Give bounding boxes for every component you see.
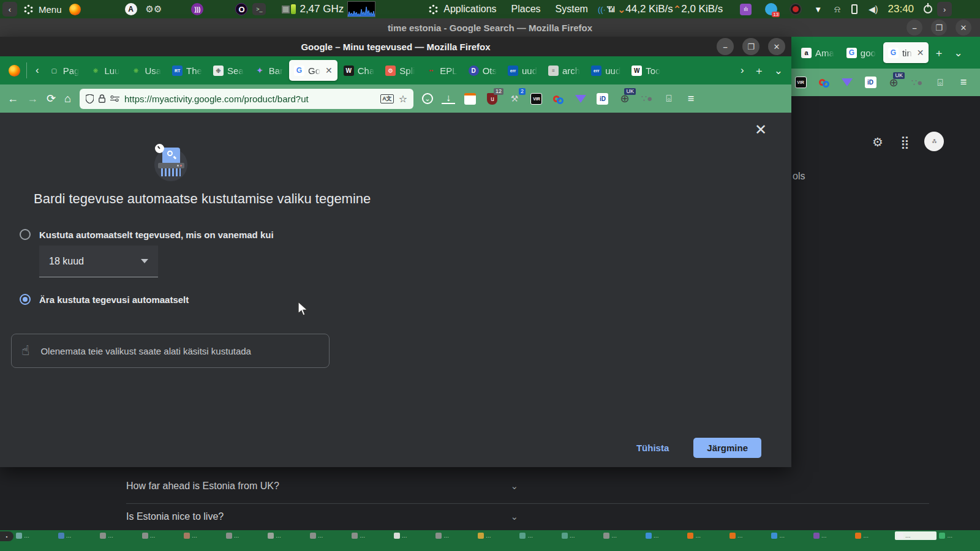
url-text[interactable]: https://myactivity.google.com/product/ba… [124,94,375,104]
back-minimize-button[interactable]: – [907,20,922,36]
tracking-shield-icon[interactable] [86,94,94,103]
taskbar-window-button[interactable]: … [769,531,811,540]
calendar-extension-icon[interactable] [464,92,477,105]
taskbar-window-button[interactable]: … [97,531,140,540]
tab-cha[interactable]: WCha [339,60,380,81]
taskbar-window-button[interactable]: … [643,531,685,540]
audio-wave-tray-icon[interactable]: ılı [740,4,752,15]
taskbar-window-button[interactable]: … [559,531,601,540]
lock-icon[interactable] [99,94,105,103]
search-a-icon[interactable]: A [125,3,137,15]
dialog-close-icon[interactable]: ✕ [755,121,767,138]
taskbar-window-button[interactable]: … [601,531,643,540]
panel-back-button[interactable]: ‹ [2,2,17,17]
taskbar-window-button[interactable]: … [224,531,266,540]
link-extension-icon[interactable] [552,92,565,105]
back-window-titlebar[interactable]: time estonia - Google Search — Mozilla F… [0,18,980,37]
tab-close-icon[interactable]: ✕ [325,66,333,75]
id-extension-icon[interactable]: iD [864,76,877,89]
mate-menu-icon[interactable] [23,4,34,15]
puzzle-extension-icon[interactable]: ⌺ [933,76,947,89]
tab-uud[interactable]: erruud [503,60,542,81]
tab-pag[interactable]: ▢Pag [44,60,85,81]
settings-gear-icon[interactable]: ⚙ [872,135,883,149]
firefox-panel-icon[interactable] [69,4,81,15]
taskbar-window-button[interactable]: … [56,531,98,540]
panel-expand-button[interactable]: › [937,2,952,17]
downloads-icon[interactable]: ↓ [442,93,455,104]
tools-label-partial[interactable]: ols [793,171,805,182]
translate-icon[interactable]: A文 [380,94,394,103]
triangle-extension-icon[interactable] [574,92,587,105]
taskbar-window-button[interactable]: … [727,531,769,540]
next-button[interactable]: Järgmine [693,438,761,458]
question-row[interactable]: How far ahead is Estonia from UK? ⌄ [126,481,518,492]
paw-extension-icon[interactable]: ∵● [910,76,924,89]
ublock-icon[interactable]: u12 [486,92,499,105]
taskbar-window-button[interactable]: … [475,531,518,540]
back-list-tabs-button[interactable]: ⌄ [949,47,967,59]
tab-ots[interactable]: DOts [464,60,502,81]
back-new-tab-button[interactable]: ＋ [929,46,949,60]
helper-extension-icon[interactable]: ⚒2 [508,92,521,105]
tab-go-active[interactable]: GGo✕ [289,60,337,81]
list-all-tabs-button[interactable]: ⌄ [769,64,788,77]
home-button[interactable]: ⌂ [64,92,71,105]
tab-too[interactable]: WToo [627,60,665,81]
taskbar-window-button[interactable]: … [181,531,224,540]
paw-extension-icon[interactable]: ∵● [640,92,654,105]
back-nav-button[interactable]: ← [7,92,18,105]
radio-unselected[interactable] [20,229,31,240]
wifi-icon[interactable]: 📶︎ [607,5,615,14]
tab-bar[interactable]: ✦Bar [250,60,288,81]
puzzle-extension-icon[interactable]: ⌺ [662,92,676,105]
taskbar-window-button[interactable]: … [685,531,727,540]
tab-arch[interactable]: ≡arch [543,60,585,81]
bell-icon[interactable]: ⍾ [834,4,840,15]
back-maximize-button[interactable]: ❐ [931,20,947,36]
scroll-tabs-right-button[interactable]: › [736,64,749,77]
scroll-tabs-left-button[interactable]: ‹ [31,64,44,77]
reload-button[interactable]: ⟳ [47,92,56,105]
taskbar-window-button[interactable]: … [349,531,391,540]
option-auto-delete[interactable]: Kustuta automaatselt tegevused, mis on v… [20,229,274,240]
cancel-button[interactable]: Tühista [636,443,669,453]
tab-epl[interactable]: ●●EPL [421,60,462,81]
triangle-extension-icon[interactable] [840,76,854,89]
back-menu-hamburger-icon[interactable]: ≡ [957,76,970,89]
bookmark-star-icon[interactable]: ☆ [399,93,407,105]
taskbar-window-button[interactable]: … [517,531,559,540]
radio-selected[interactable] [20,294,31,305]
wifi-strength-icon[interactable]: ▼ [814,5,822,14]
panel-clock[interactable]: 23:40 [888,3,914,15]
applications-menu[interactable]: Applications [443,4,496,15]
opera-icon[interactable]: O [235,3,247,15]
google-apps-grid-icon[interactable]: ⣿ [900,135,910,149]
front-minimize-button[interactable]: – [717,38,734,55]
pocket-icon[interactable]: ⌄ [422,93,433,104]
duration-dropdown[interactable]: 18 kuud [39,246,158,277]
taskbar-window-button[interactable]: … [13,531,56,540]
record-tray-icon[interactable] [790,3,802,15]
taskbar-window-button[interactable]: … [853,531,895,540]
taskbar-window-button[interactable]: … [895,531,937,540]
system-menu[interactable]: System [556,4,588,15]
uk-globe-extension-icon[interactable]: ⊕UK [887,76,900,89]
taskbar-window-button[interactable]: … [433,531,475,540]
tab-sea[interactable]: ❉Sea [208,60,249,81]
firefox-menu-icon[interactable] [9,65,20,77]
messenger-tray-icon[interactable]: 13 [765,3,777,15]
gears-icon[interactable]: ⚙⚙ [146,4,162,15]
tab-usa[interactable]: ❋Usa [126,60,166,81]
menu-hamburger-icon[interactable]: ≡ [684,92,698,105]
tab-spli[interactable]: ⚙Spli [380,60,420,81]
tab-goo[interactable]: Ggoo [842,42,881,63]
vt-extension-icon[interactable]: VIR [794,76,807,89]
tab-the[interactable]: RTThe [167,60,207,81]
front-close-button[interactable]: ✕ [768,38,785,55]
new-tab-button[interactable]: ＋ [749,64,769,78]
taskbar-window-button[interactable]: … [391,531,434,540]
url-bar[interactable]: https://myactivity.google.com/product/ba… [80,89,413,109]
front-maximize-button[interactable]: ❐ [742,38,760,55]
taskbar-window-button[interactable]: … [937,531,979,540]
